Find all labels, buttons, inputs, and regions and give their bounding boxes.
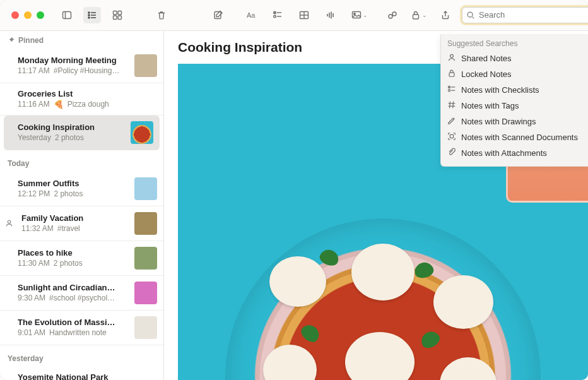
suggestion-item[interactable]: Shared Notes: [441, 50, 588, 66]
note-list-item[interactable]: Sunlight and Circadian…9:30 AM#school #p…: [0, 276, 163, 311]
svg-point-33: [8, 221, 11, 224]
audio-button[interactable]: [322, 7, 339, 23]
pin-icon: [8, 37, 15, 44]
pizza-icon: 🍕: [54, 100, 64, 109]
svg-rect-30: [413, 15, 419, 19]
table-button[interactable]: [295, 7, 313, 23]
shared-icon: [4, 219, 14, 227]
suggestion-item[interactable]: Notes with Drawings: [441, 114, 588, 129]
svg-point-31: [467, 12, 473, 17]
svg-rect-10: [114, 16, 117, 20]
note-list-item[interactable]: Cooking InspirationYesterday2 photos: [4, 116, 160, 150]
note-meta: 12:12 PM2 photos: [18, 189, 129, 198]
search-field[interactable]: [462, 7, 588, 23]
note-item-title: Sunlight and Circadian…: [18, 283, 129, 292]
note-item-title: Yosemite National Park: [18, 372, 157, 380]
note-list-item[interactable]: The Evolution of Massi…9:01 AMHandwritte…: [0, 311, 163, 345]
gallery-view-button[interactable]: [109, 7, 126, 23]
yesterday-section-header: Yesterday: [0, 345, 163, 367]
lock-button[interactable]: ⌄: [409, 7, 429, 23]
titlebar: Aa ⌄ ⌄: [0, 0, 588, 31]
locked-icon: [447, 69, 456, 80]
note-item-title: Family Vacation: [21, 213, 129, 223]
attach-icon: [447, 148, 456, 158]
format-text-button[interactable]: Aa: [242, 7, 260, 23]
suggestion-item[interactable]: Notes with Attachments: [441, 145, 588, 161]
suggestion-label: Notes with Tags: [461, 101, 519, 110]
app-body: Pinned Monday Morning Meeting11:17 AM#Po…: [0, 31, 588, 380]
suggestion-item[interactable]: Locked Notes: [441, 66, 588, 82]
toggle-sidebar-button[interactable]: [58, 7, 76, 23]
note-list-item[interactable]: Groceries List11:16 AM🍕 Pizza dough: [0, 83, 163, 116]
delete-note-button[interactable]: [153, 7, 170, 23]
suggestion-label: Notes with Attachments: [461, 148, 547, 158]
svg-text:Aa: Aa: [247, 11, 256, 19]
minimize-window-button[interactable]: [24, 11, 32, 19]
section-label: Pinned: [18, 36, 44, 45]
maximize-window-button[interactable]: [37, 11, 44, 19]
today-section-header: Today: [0, 150, 163, 172]
toolbar-edit-group: [184, 7, 227, 23]
note-item-title: Groceries List: [18, 89, 157, 98]
suggestion-item[interactable]: Notes with Checklists: [441, 82, 588, 98]
svg-rect-11: [118, 16, 122, 20]
notes-window: Aa ⌄ ⌄: [0, 0, 588, 380]
note-meta: 11:32 AM#travel: [21, 224, 129, 233]
note-meta: Yesterday2 photos: [18, 133, 126, 142]
shared-icon: [447, 53, 456, 64]
svg-rect-25: [353, 11, 361, 18]
note-meta: 9:30 AM#school #psychol…: [18, 294, 129, 302]
section-label: Today: [8, 159, 29, 168]
link-button[interactable]: [384, 7, 401, 23]
note-list-item[interactable]: Summer Outfits12:12 PM2 photos: [0, 172, 163, 206]
checklist-button[interactable]: [269, 7, 286, 23]
search-input[interactable]: [479, 10, 588, 20]
note-list-item[interactable]: Yosemite National Park: [0, 367, 163, 380]
drawing-icon: [447, 116, 456, 127]
share-button[interactable]: [437, 7, 454, 23]
svg-point-4: [88, 17, 90, 18]
close-window-button[interactable]: [11, 11, 19, 19]
suggestion-item[interactable]: Notes with Scanned Documents: [441, 129, 588, 145]
note-thumbnail: [134, 212, 157, 235]
svg-point-26: [354, 13, 355, 15]
svg-rect-9: [118, 11, 122, 15]
note-list-item[interactable]: Places to hike11:30 AM2 photos: [0, 241, 163, 276]
notes-list[interactable]: Pinned Monday Morning Meeting11:17 AM#Po…: [0, 31, 164, 380]
note-item-title: Cooking Inspiration: [18, 122, 126, 132]
scan-icon: [447, 132, 456, 143]
new-note-button[interactable]: [209, 7, 227, 23]
svg-point-3: [88, 15, 90, 16]
note-thumbnail: [134, 316, 157, 339]
section-label: Yesterday: [8, 354, 44, 363]
svg-point-38: [448, 90, 450, 92]
svg-point-2: [88, 12, 90, 13]
list-view-button[interactable]: [83, 7, 101, 23]
suggestion-label: Locked Notes: [461, 69, 512, 79]
svg-rect-0: [63, 11, 71, 18]
note-meta: 11:16 AM🍕 Pizza dough: [18, 100, 157, 109]
note-thumbnail: [134, 54, 157, 77]
note-item-title: The Evolution of Massi…: [18, 318, 129, 327]
suggestions-header: Suggested Searches: [441, 38, 588, 50]
note-item-title: Places to hike: [18, 248, 129, 258]
suggestion-item[interactable]: Notes with Tags: [441, 98, 588, 114]
note-item-title: Monday Morning Meeting: [18, 56, 129, 65]
note-item-title: Summer Outfits: [18, 179, 129, 188]
media-button[interactable]: ⌄: [348, 7, 371, 23]
search-icon: [466, 11, 475, 20]
note-thumbnail: [134, 282, 157, 304]
window-controls: [0, 11, 44, 19]
note-meta: 11:30 AM2 photos: [18, 259, 129, 268]
svg-line-41: [453, 102, 454, 109]
chevron-down-icon: ⌄: [363, 12, 368, 18]
note-content: Cooking Inspiration: [164, 31, 588, 380]
checklist-icon: [447, 85, 456, 95]
note-list-item[interactable]: Family Vacation11:32 AM#travel: [0, 206, 163, 241]
note-list-item[interactable]: Monday Morning Meeting11:17 AM#Policy #H…: [0, 49, 163, 83]
svg-rect-8: [114, 11, 117, 15]
suggestion-label: Notes with Scanned Documents: [461, 133, 578, 142]
chevron-down-icon: ⌄: [422, 12, 427, 18]
note-meta: 9:01 AMHandwritten note: [18, 328, 129, 337]
note-meta: 11:17 AM#Policy #Housing…: [18, 66, 129, 75]
